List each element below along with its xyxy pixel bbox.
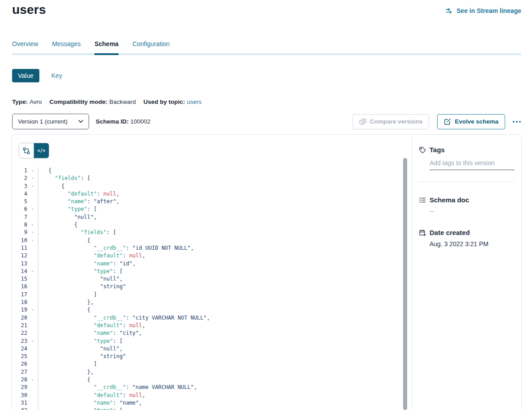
evolve-schema-button[interactable]: Evolve schema [437, 114, 505, 129]
fold-gutter [29, 322, 38, 329]
date-created-title: Date created [430, 229, 470, 236]
more-options-button[interactable] [512, 118, 522, 125]
fold-gutter [29, 244, 38, 252]
tab-schema[interactable]: Schema [94, 40, 119, 53]
line-number: 27 [12, 368, 29, 376]
line-number: 24 [12, 345, 29, 353]
used-by-topic-field: Used by topic:users [144, 98, 202, 105]
evolve-schema-label: Evolve schema [455, 118, 498, 125]
compare-versions-button[interactable]: Compare versions [353, 114, 430, 129]
fold-toggle-icon[interactable]: ▾ [29, 183, 38, 190]
fold-toggle-icon[interactable]: ▾ [29, 237, 38, 244]
code-text: { [38, 306, 412, 314]
schema-sidebar: Tags Schema doc -- [412, 135, 521, 410]
schema-code-panel: </> 1▾{2▾ "fields": [3▾ {4 "default": nu… [12, 135, 412, 410]
code-line: 18 }, [12, 299, 412, 306]
fold-gutter [29, 368, 38, 376]
type-field: Type:Avro [12, 98, 42, 105]
fold-toggle-icon[interactable]: ▾ [29, 337, 38, 345]
line-number: 28 [12, 376, 29, 384]
fold-toggle-icon[interactable]: ▾ [29, 221, 38, 229]
fold-gutter [29, 329, 38, 337]
fold-toggle-icon[interactable]: ▾ [29, 175, 38, 182]
viewer-toolbar: </> [12, 135, 412, 158]
line-number: 22 [12, 329, 29, 337]
line-number: 25 [12, 353, 29, 360]
code-view-button[interactable]: </> [34, 143, 49, 158]
line-number: 10 [12, 237, 29, 244]
code-line: 6▾ "type": [ [12, 205, 412, 213]
code-text: { [38, 221, 412, 229]
calendar-plus-icon [419, 229, 426, 236]
code-line: 2▾ "fields": [ [12, 175, 412, 182]
schema-part-toggle: Value Key [12, 69, 62, 82]
type-label: Type: [12, 98, 28, 105]
line-number: 21 [12, 322, 29, 329]
see-in-stream-lineage-link[interactable]: See in Stream lineage [446, 7, 521, 14]
code-text: ] [38, 291, 412, 299]
fold-toggle-icon[interactable]: ▾ [29, 306, 38, 314]
line-number: 2 [12, 175, 29, 182]
stream-lineage-icon [446, 8, 453, 14]
fold-gutter [29, 345, 38, 353]
line-number: 4 [12, 190, 29, 198]
fold-toggle-icon[interactable]: ▾ [29, 407, 38, 410]
code-line: 29 "__crdb__": "name VARCHAR NULL", [12, 384, 412, 391]
fold-toggle-icon[interactable]: ▾ [29, 268, 38, 275]
code-line: 20 "__crdb__": "city VARCHAR NOT NULL", [12, 314, 412, 322]
used-by-topic-link[interactable]: users [187, 98, 202, 105]
compare-versions-label: Compare versions [370, 118, 423, 125]
line-number: 14 [12, 268, 29, 275]
code-line: 27 }, [12, 368, 412, 376]
code-text: "__crdb__": "city VARCHAR NOT NULL", [38, 314, 412, 322]
code-line: 15 "null", [12, 275, 412, 283]
tree-view-button[interactable] [19, 143, 34, 158]
code-line: 16 "string" [12, 283, 412, 290]
line-number: 3 [12, 183, 29, 190]
line-number: 26 [12, 360, 29, 368]
key-toggle-button[interactable]: Key [51, 72, 62, 79]
add-tags-input[interactable] [430, 159, 515, 170]
code-text: "type": [ [38, 268, 412, 275]
tab-messages[interactable]: Messages [52, 40, 81, 53]
version-select[interactable]: Version 1 (current) [12, 114, 89, 129]
value-toggle-button[interactable]: Value [12, 69, 39, 82]
code-text: "default": null, [38, 252, 412, 260]
fold-gutter [29, 392, 38, 399]
code-text: }, [38, 368, 412, 376]
tab-overview[interactable]: Overview [12, 40, 38, 53]
code-line: 31 "name": "name", [12, 399, 412, 407]
code-lines: 1▾{2▾ "fields": [3▾ {4 "default": null,5… [12, 167, 412, 410]
tag-icon [419, 146, 426, 154]
schema-doc-title: Schema doc [430, 196, 469, 204]
fold-gutter [29, 252, 38, 260]
list-icon [419, 196, 426, 204]
fold-gutter [29, 260, 38, 268]
fold-toggle-icon[interactable]: ▾ [29, 205, 38, 213]
code-line: 7 "null", [12, 214, 412, 221]
code-text: "string" [38, 353, 412, 360]
line-number: 29 [12, 384, 29, 391]
fold-toggle-icon[interactable]: ▾ [29, 229, 38, 236]
code-text: "default": null, [38, 392, 412, 399]
fold-gutter [29, 275, 38, 283]
code-line: 25 "string" [12, 353, 412, 360]
used-by-topic-label: Used by topic: [144, 98, 185, 105]
fold-toggle-icon[interactable]: ▾ [29, 167, 38, 175]
schema-id-field: Schema ID: 100002 [96, 118, 150, 125]
fold-toggle-icon[interactable]: ▾ [29, 376, 38, 384]
compatibility-label: Compatibility mode: [50, 98, 108, 105]
version-select-value: Version 1 (current) [18, 118, 68, 125]
line-number: 6 [12, 205, 29, 213]
code-line: 24 "null", [12, 345, 412, 353]
line-number: 12 [12, 252, 29, 260]
tab-configuration[interactable]: Configuration [132, 40, 170, 53]
code-line: 3▾ { [12, 183, 412, 190]
code-text: "default": null, [38, 322, 412, 329]
code-line: 30 "default": null, [12, 392, 412, 399]
code-line: 28▾ { [12, 376, 412, 384]
code-scrollbar[interactable] [403, 158, 407, 410]
code-line: 23▾ "type": [ [12, 337, 412, 345]
compatibility-field: Compatibility mode:Backward [50, 98, 136, 105]
fold-gutter [29, 190, 38, 198]
